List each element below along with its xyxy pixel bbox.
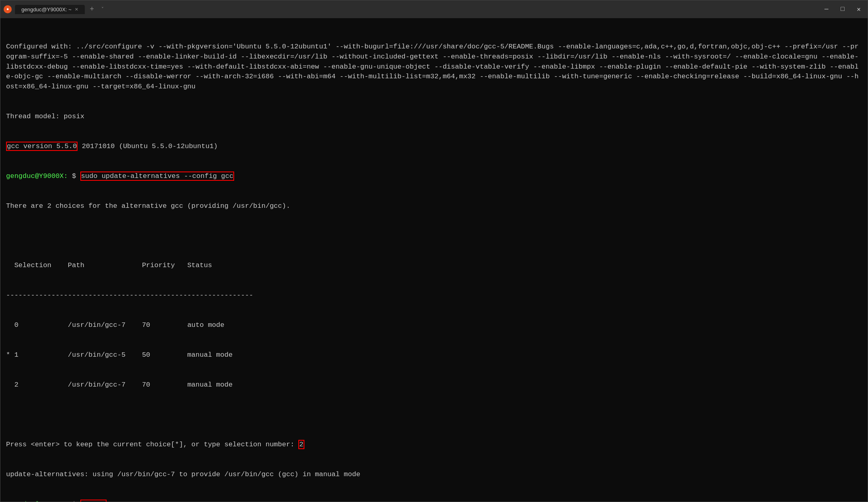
gcc-version-1-highlight: gcc version 5.5.0	[6, 142, 78, 151]
prompt-2: gengduc@Y9000X: $ gcc -v	[6, 500, 862, 502]
cmd-update-alternatives: sudo update-alternatives --config gcc	[80, 172, 234, 181]
gcc-version-1: gcc version 5.5.0 20171010 (Ubuntu 5.5.0…	[6, 142, 862, 152]
prompt-user-2: gengduc@Y9000X:	[6, 500, 68, 502]
close-button[interactable]: ✕	[853, 4, 864, 15]
window-controls: — □ ✕	[821, 4, 864, 15]
active-tab[interactable]: gengduc@Y9000X: ~ ✕	[15, 5, 85, 14]
tab-close-button[interactable]: ✕	[75, 7, 78, 12]
terminal-window: ● gengduc@Y9000X: ~ ✕ + ˅ — □ ✕ Configur…	[0, 0, 868, 502]
maximize-button[interactable]: □	[837, 4, 848, 15]
thread-model-1: Thread model: posix	[6, 112, 862, 122]
table-row-2: 2 /usr/bin/gcc-7 70 manual mode	[6, 380, 862, 390]
blank-2	[6, 410, 862, 420]
prompt-user-1: gengduc@Y9000X:	[6, 172, 68, 180]
tab-dropdown-button[interactable]: ˅	[99, 6, 106, 13]
new-tab-button[interactable]: +	[86, 5, 97, 13]
selection-prompt: Press <enter> to keep the current choice…	[6, 440, 862, 450]
cmd-gcc-v: gcc -v	[80, 500, 107, 502]
table-row-1: * 1 /usr/bin/gcc-5 50 manual mode	[6, 350, 862, 360]
table-row-0: 0 /usr/bin/gcc-7 70 auto mode	[6, 320, 862, 330]
minimize-button[interactable]: —	[821, 4, 832, 15]
tab-bar: gengduc@Y9000X: ~ ✕ + ˅	[15, 5, 106, 14]
blank-1	[6, 231, 862, 241]
table-header: Selection Path Priority Status	[6, 261, 862, 271]
update-alternatives-result: update-alternatives: using /usr/bin/gcc-…	[6, 470, 862, 480]
config-line-1: Configured with: ../src/configure -v --w…	[6, 42, 862, 92]
app-icon: ●	[4, 5, 12, 13]
alternatives-info: There are 2 choices for the alternative …	[6, 201, 862, 211]
tab-title: gengduc@Y9000X: ~	[21, 6, 71, 13]
terminal-output[interactable]: Configured with: ../src/configure -v --w…	[0, 18, 868, 502]
prompt-1: gengduc@Y9000X: $ sudo update-alternativ…	[6, 172, 862, 182]
titlebar: ● gengduc@Y9000X: ~ ✕ + ˅ — □ ✕	[0, 0, 868, 18]
selection-input-highlight: 2	[298, 440, 304, 449]
table-divider: ----------------------------------------…	[6, 291, 862, 301]
